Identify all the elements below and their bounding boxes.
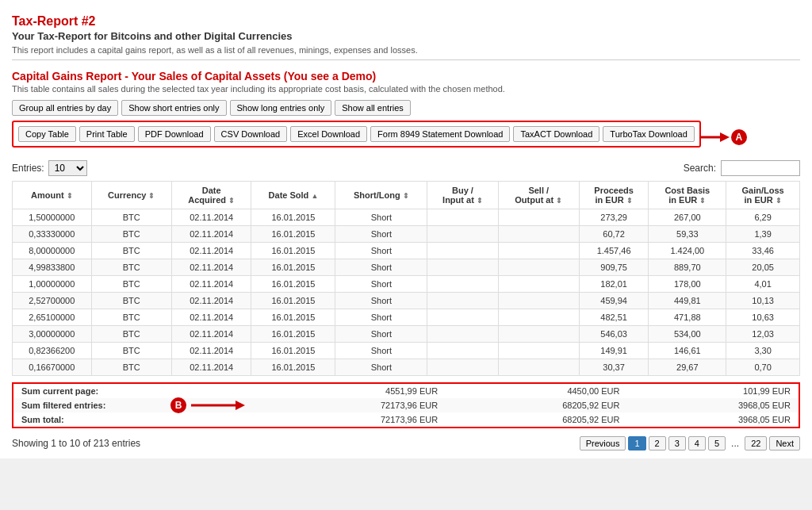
copy-table-button[interactable]: Copy Table [18, 126, 76, 142]
entries-control: Entries: 10 25 50 100 [12, 160, 87, 176]
filter-group-by-day[interactable]: Group all entries by day [12, 100, 118, 116]
filter-buttons: Group all entries by day Show short entr… [12, 100, 800, 116]
pagination-bar: Showing 1 to 10 of 213 entries Previous … [12, 436, 800, 451]
table-row: 0,82366200BTC02.11.201416.01.2015Short14… [13, 343, 800, 359]
summary-section: B Sum current page: 4551,99 EUR 4450,00 … [12, 382, 800, 428]
col-date-acquired[interactable]: DateAcquired ⇕ [171, 182, 251, 209]
table-row: 2,65100000BTC02.11.201416.01.2015Short48… [13, 309, 800, 326]
next-button[interactable]: Next [769, 436, 800, 451]
print-table-button[interactable]: Print Table [79, 126, 135, 142]
pagination-info: Showing 1 to 10 of 213 entries [12, 438, 140, 449]
col-short-long[interactable]: Short/Long ⇕ [335, 182, 427, 209]
table-row: 0,33330000BTC02.11.201416.01.2015Short60… [13, 226, 800, 243]
search-box: Search: [684, 160, 800, 176]
arrow-a-svg [698, 130, 730, 144]
page-description: This report includes a capital gains rep… [12, 45, 800, 55]
col-cost-basis[interactable]: Cost Basisin EUR ⇕ [649, 182, 726, 209]
table-body: 1,50000000BTC02.11.201416.01.2015Short27… [13, 209, 800, 376]
arrow-a-circle: A [731, 129, 747, 145]
pagination-controls: Previous 1 2 3 4 5 ... 22 Next [580, 436, 800, 451]
table-row: 1,00000000BTC02.11.201416.01.2015Short18… [13, 276, 800, 293]
col-amount[interactable]: Amount ⇕ [13, 182, 92, 209]
col-currency[interactable]: Currency ⇕ [91, 182, 171, 209]
page-4-button[interactable]: 4 [688, 436, 706, 451]
filter-long-only[interactable]: Show long entries only [230, 100, 332, 116]
summary-table: Sum current page: 4551,99 EUR 4450,00 EU… [12, 382, 800, 428]
csv-download-button[interactable]: CSV Download [214, 126, 288, 142]
filter-show-all[interactable]: Show all entries [335, 100, 411, 116]
col-sell-output[interactable]: Sell /Output at ⇕ [498, 182, 579, 209]
col-date-sold[interactable]: Date Sold ▲ [251, 182, 335, 209]
page-22-button[interactable]: 22 [745, 436, 767, 451]
previous-button[interactable]: Previous [580, 436, 626, 451]
summary-row-current-page: Sum current page: 4551,99 EUR 4450,00 EU… [13, 383, 799, 398]
arrow-b-svg [190, 398, 245, 412]
data-table: Amount ⇕ Currency ⇕ DateAcquired ⇕ Date … [12, 181, 800, 376]
search-input[interactable] [721, 160, 800, 176]
page-title: Tax-Report #2 [12, 14, 800, 29]
col-proceeds[interactable]: Proceedsin EUR ⇕ [579, 182, 649, 209]
svg-marker-1 [720, 132, 730, 142]
table-row: 2,52700000BTC02.11.201416.01.2015Short45… [13, 293, 800, 309]
action-bar: Copy Table Print Table PDF Download CSV … [12, 121, 701, 148]
summary-row-filtered: Sum filtered entries: 72173,96 EUR 68205… [13, 398, 799, 412]
filter-short-only[interactable]: Show short entries only [121, 100, 226, 116]
table-row: 3,00000000BTC02.11.201416.01.2015Short54… [13, 326, 800, 343]
demo-badge: (You see a Demo) [284, 70, 376, 82]
page-subtitle: Your Tax-Report for Bitcoins and other D… [12, 30, 800, 42]
summary-container: Sum current page: 4551,99 EUR 4450,00 EU… [12, 382, 800, 428]
page-wrapper: Tax-Report #2 Your Tax-Report for Bitcoi… [0, 0, 812, 458]
report-subtitle: This table contains all sales during the… [12, 84, 800, 94]
svg-marker-3 [236, 401, 245, 410]
header-section: Tax-Report #2 Your Tax-Report for Bitcoi… [12, 8, 800, 60]
turbotax-download-button[interactable]: TurboTax Download [603, 126, 694, 142]
report-title: Capital Gains Report - Your Sales of Cap… [12, 70, 800, 82]
excel-download-button[interactable]: Excel Download [290, 126, 367, 142]
page-5-button[interactable]: 5 [708, 436, 726, 451]
col-buy-input[interactable]: Buy /Input at ⇕ [427, 182, 498, 209]
page-2-button[interactable]: 2 [649, 436, 666, 451]
entries-select[interactable]: 10 25 50 100 [48, 160, 87, 176]
table-row: 1,50000000BTC02.11.201416.01.2015Short27… [13, 209, 800, 226]
search-label: Search: [684, 163, 716, 174]
arrow-b-circle: B [170, 397, 186, 413]
taxact-download-button[interactable]: TaxACT Download [513, 126, 599, 142]
pdf-download-button[interactable]: PDF Download [138, 126, 211, 142]
form8949-download-button[interactable]: Form 8949 Statement Download [370, 126, 510, 142]
arrow-a-annotation: A [698, 129, 747, 145]
table-controls: Entries: 10 25 50 100 Search: [12, 160, 800, 176]
col-gain-loss[interactable]: Gain/Lossin EUR ⇕ [726, 182, 800, 209]
table-row: 0,16670000BTC02.11.201416.01.2015Short30… [13, 359, 800, 376]
page-ellipsis: ... [728, 436, 742, 451]
report-section: Capital Gains Report - Your Sales of Cap… [12, 70, 800, 451]
page-1-button[interactable]: 1 [628, 436, 645, 451]
page-3-button[interactable]: 3 [668, 436, 686, 451]
entries-label: Entries: [12, 163, 44, 174]
table-header-row: Amount ⇕ Currency ⇕ DateAcquired ⇕ Date … [13, 182, 800, 209]
table-row: 8,00000000BTC02.11.201416.01.2015Short1.… [13, 243, 800, 259]
table-row: 4,99833800BTC02.11.201416.01.2015Short90… [13, 259, 800, 276]
arrow-b-annotation: B [170, 397, 245, 413]
summary-row-total: Sum total: 72173,96 EUR 68205,92 EUR 396… [13, 412, 799, 428]
